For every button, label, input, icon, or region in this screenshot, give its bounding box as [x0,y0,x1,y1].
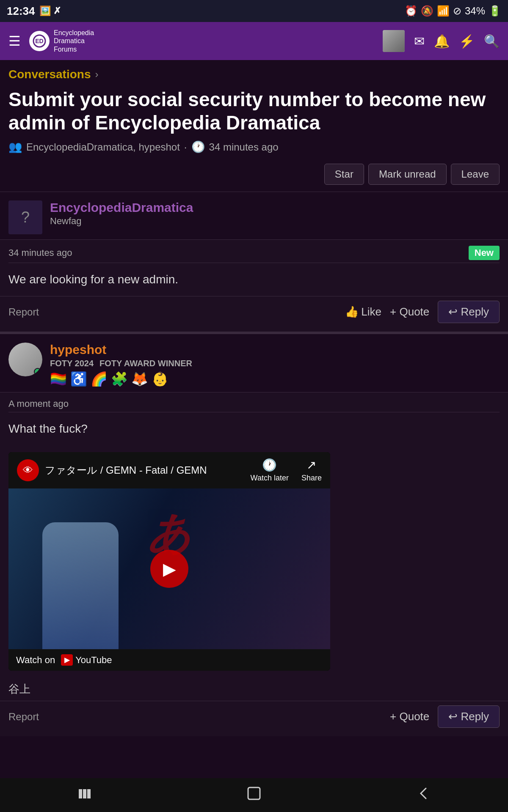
post-2: hypeshot FOTY 2024 FOTY AWARD WINNER 🏳️‍… [0,333,508,736]
hamburger-menu-icon[interactable]: ☰ [8,33,21,49]
thread-meta: 👥 EncyclopediaDramatica, hypeshot · 🕐 34… [8,140,500,154]
mail-icon[interactable]: ✉ [414,34,425,49]
participants-icon: 👥 [8,140,22,154]
bell-icon[interactable]: 🔔 [434,34,450,49]
post-1: ? EncyclopediaDramatica Newfag 34 minute… [0,192,508,332]
nav-menu-button[interactable] [77,786,92,804]
header: ☰ ED Encyclopedia Dramatica Forums ✉ 🔔 ⚡… [0,22,508,60]
emoji-rainbow: 🌈 [91,371,108,387]
yt-share[interactable]: ↗ Share [301,458,322,483]
clock-icon: 🕐 [191,140,205,154]
post1-actions: Report 👍 Like + Quote ↩ Reply [0,296,508,332]
logo-area[interactable]: ED Encyclopedia Dramatica Forums [29,29,94,53]
breadcrumb: Conversations › [0,60,508,84]
svg-rect-4 [87,789,91,798]
status-icons: 🖼️ ✗ [39,5,61,16]
star-button[interactable]: Star [324,164,364,185]
dot-separator: · [184,141,187,153]
post1-like-button[interactable]: 👍 Like [345,305,381,318]
emoji-fox: 🦊 [131,371,148,387]
alarm-icon: ⏰ [405,5,417,17]
thread-title: Submit your social security number to be… [8,88,500,134]
wifi-icon: 📶 [437,5,450,17]
post1-report[interactable]: Report [8,306,39,318]
post2-user-row: hypeshot FOTY 2024 FOTY AWARD WINNER 🏳️‍… [0,333,508,387]
search-icon[interactable]: 🔍 [484,34,500,49]
post2-quote-button[interactable]: + Quote [390,710,429,723]
yt-brand-area: ▶ YouTube [61,654,112,666]
svg-text:ED: ED [35,38,43,44]
post2-avatar [8,343,42,376]
yt-video-title: ファタール / GEMN - Fatal / GEMN [45,464,207,477]
header-left: ☰ ED Encyclopedia Dramatica Forums [8,29,94,53]
post2-wrapper: A moment ago What the fuck? 👁 ファタール / GE… [0,392,508,736]
post2-reply-button[interactable]: ↩ Reply [438,705,500,728]
emoji-puzzle: 🧩 [111,371,128,387]
svg-rect-5 [248,787,260,799]
battery-display: 34% [465,5,485,17]
time-display: 12:34 [7,5,35,18]
post1-username[interactable]: EncyclopediaDramatica [50,200,193,215]
thread-title-area: Submit your social security number to be… [0,84,508,159]
yt-bottom-bar: Watch on ▶ YouTube [8,649,330,671]
yt-thumbnail[interactable]: あ ▶ [8,488,330,649]
battery-icon: 🔋 [489,5,501,17]
flash-icon[interactable]: ⚡ [459,34,475,49]
logo-circle: ED [29,31,50,51]
thread-timestamp: 34 minutes ago [209,141,279,153]
post1-body: We are looking for a new admin. [0,263,508,296]
yt-logo-area: 👁 ファタール / GEMN - Fatal / GEMN [17,459,207,481]
no-sim-icon: ⊘ [453,5,461,17]
logo-line1: Encyclopedia [54,29,94,37]
logo-text: Encyclopedia Dramatica Forums [54,29,94,53]
nav-back-button[interactable] [416,786,431,804]
eye-icon: 👁 [23,464,33,476]
yt-top-bar: 👁 ファタール / GEMN - Fatal / GEMN 🕐 Watch la… [8,452,330,488]
svg-rect-2 [79,789,82,798]
action-bar: Star Mark unread Leave [0,159,508,192]
header-right: ✉ 🔔 ⚡ 🔍 [383,30,500,52]
post2-timestamp-row: A moment ago [0,392,508,412]
post1-user-info: EncyclopediaDramatica Newfag [50,200,193,227]
post2-actions-right: + Quote ↩ Reply [390,705,500,728]
post1-timestamp: 34 minutes ago [8,247,72,258]
emoji-handicap: ♿ [70,371,87,387]
yt-yt-logo: ▶ [61,654,73,666]
post1-wrapper: 34 minutes ago New We are looking for a … [0,239,508,332]
yt-play-button[interactable]: ▶ [150,550,188,588]
thread-participants: EncyclopediaDramatica, hypeshot [26,141,180,153]
online-dot [34,368,41,376]
post2-actions: Report + Quote ↩ Reply [0,701,508,736]
yt-watch-later[interactable]: 🕐 Watch later [251,458,289,483]
nav-home-button[interactable] [246,786,262,804]
youtube-embed[interactable]: 👁 ファタール / GEMN - Fatal / GEMN 🕐 Watch la… [8,452,330,671]
post2-body: What the fuck? [0,412,508,445]
post1-reply-button[interactable]: ↩ Reply [438,301,500,323]
user-avatar-header[interactable] [383,30,405,52]
emoji-faggot: 🏳️‍🌈 [50,371,67,387]
post2-username[interactable]: hypeshot [50,343,192,357]
post1-new-badge: New [469,246,500,260]
reply-icon2: ↩ [448,710,458,723]
conversations-link[interactable]: Conversations [8,68,91,81]
mark-unread-button[interactable]: Mark unread [368,164,447,185]
post1-actions-right: 👍 Like + Quote ↩ Reply [345,301,500,323]
logo-line3: Forums [54,45,94,53]
post2-report[interactable]: Report [8,711,39,723]
post2-timestamp: A moment ago [8,398,69,409]
leave-button[interactable]: Leave [451,164,500,185]
yt-person-right [229,531,296,649]
post1-avatar: ? [8,200,42,234]
post1-user-row: ? EncyclopediaDramatica Newfag [0,192,508,234]
post2-badge1: FOTY 2024 [50,359,94,368]
yt-watch-on-text: Watch on [16,655,55,666]
status-time: 12:34 🖼️ ✗ [7,5,61,18]
post1-quote-button[interactable]: + Quote [390,305,429,318]
logo-line2: Dramatica [54,37,94,45]
mute-icon: 🔕 [421,5,433,17]
yt-channel-logo: 👁 [17,459,39,481]
post1-timestamp-row: 34 minutes ago New [0,240,508,263]
share-icon: ↗ [306,458,316,472]
breadcrumb-chevron: › [95,69,99,80]
reply-icon: ↩ [448,305,458,318]
